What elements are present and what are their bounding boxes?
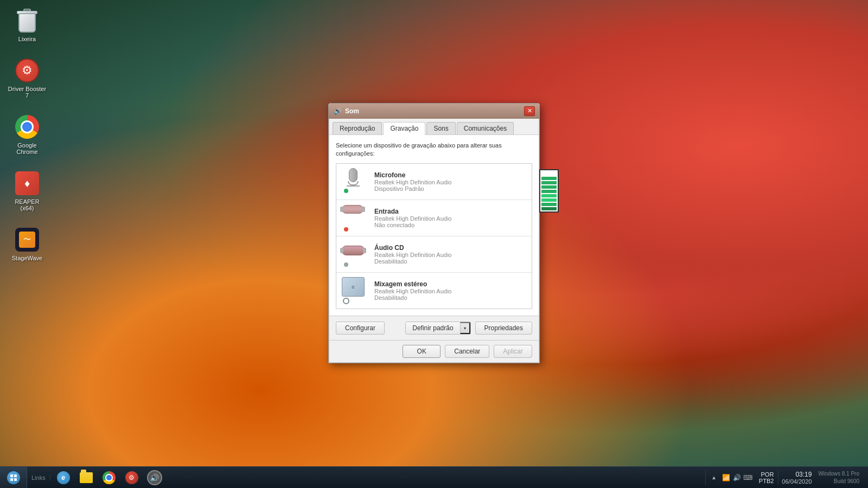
desktop-icon-reaper-label: REAPER (x64) <box>8 198 47 211</box>
tray-keyboard-icon[interactable]: ⌨ <box>744 473 752 482</box>
device-name-audiocd: Áudio CD <box>374 244 526 252</box>
microphone-icon-area <box>342 168 369 195</box>
device-status-entrada: Não conectado <box>374 222 526 228</box>
device-info-audiocd: Áudio CD Realtek High Definition Audio D… <box>374 244 526 265</box>
desktop-icon-lixeira[interactable]: Lixeira <box>5 5 49 44</box>
dialog-footer-top: Configurar Definir padrão ▾ Propriedades <box>329 316 539 340</box>
svg-rect-0 <box>10 474 13 477</box>
taskbar-chrome-item[interactable] <box>98 469 120 486</box>
desktop-icon-chrome-label: Google Chrome <box>8 142 47 155</box>
device-item-mixagem[interactable]: ≡ Mixagem estéreo Realtek High Definitio… <box>336 273 532 309</box>
tab-sons[interactable]: Sons <box>426 122 455 134</box>
tray-lang2: PTB2 <box>759 478 774 484</box>
tab-reproducao[interactable]: Reprodução <box>333 122 382 134</box>
dialog-content: Selecione um dispositivo de gravação aba… <box>329 135 539 316</box>
propriedades-button[interactable]: Propriedades <box>475 322 532 335</box>
device-item-microfone[interactable]: Microfone Realtek High Definition Audio … <box>336 164 532 200</box>
desktop-icon-driverbooster-label: Driver Booster 7 <box>8 86 47 99</box>
dialog-close-button[interactable]: ✕ <box>524 106 535 116</box>
windows-line1: Windows 8.1 Pro <box>818 470 859 478</box>
device-name-entrada: Entrada <box>374 208 526 215</box>
folder-icon <box>80 472 93 483</box>
tray-date: 06/04/2020 <box>782 478 812 485</box>
definir-padrao-button[interactable]: Definir padrão <box>406 322 459 334</box>
desktop-icon-stagewave[interactable]: 〜 StageWave <box>5 224 49 264</box>
taskbar-links: Links <box>27 474 50 481</box>
device-info-mixagem: Mixagem estéreo Realtek High Definition … <box>374 280 526 301</box>
tabs-header: Reprodução Gravação Sons Comunicações <box>329 119 539 135</box>
aplicar-button[interactable]: Aplicar <box>494 345 532 358</box>
device-info-entrada: Entrada Realtek High Definition Audio Nã… <box>374 208 526 228</box>
taskbar-tray: ▲ 📶 🔊 ⌨ POR PTB2 03:19 06/04/2020 Window… <box>705 470 868 485</box>
svg-rect-2 <box>10 478 13 481</box>
dialog-body: Reprodução Gravação Sons Comunicações Se… <box>329 119 539 363</box>
sound-dialog: 🔊 Som ✕ Reprodução Gravação Sons <box>328 103 540 364</box>
dialog-description: Selecione um dispositivo de gravação aba… <box>336 142 532 158</box>
desktop-icon-reaper[interactable]: ♦ REAPER (x64) <box>5 168 49 214</box>
taskbar-ie[interactable]: e <box>53 469 74 486</box>
cancelar-button[interactable]: Cancelar <box>445 345 489 358</box>
taskbar: Links e ⚙ 🔊 ▲ 📶 🔊 ⌨ <box>0 466 868 488</box>
ok-button[interactable]: OK <box>403 345 441 358</box>
dialog-footer-bottom: OK Cancelar Aplicar <box>329 340 539 362</box>
device-status-microfone: Dispositivo Padrão <box>374 185 526 192</box>
taskbar-driverbooster-item[interactable]: ⚙ <box>121 469 143 486</box>
status-dot-red <box>343 226 349 233</box>
windows-line2: Build 9600 <box>818 478 859 485</box>
dialog-title: Som <box>345 107 524 115</box>
taskbar-chrome-icon <box>103 471 116 484</box>
taskbar-driverbooster-icon: ⚙ <box>125 471 138 484</box>
desktop-icons: Lixeira Driver Booster 7 Google Chrome ♦… <box>5 5 49 264</box>
desktop-icon-lixeira-label: Lixeira <box>18 36 36 42</box>
tab-gravacao[interactable]: Gravação <box>383 122 425 135</box>
device-info-microfone: Microfone Realtek High Definition Audio … <box>374 171 526 192</box>
tab-comunicacoes[interactable]: Comunicações <box>457 122 514 134</box>
desktop-icon-chrome[interactable]: Google Chrome <box>5 112 49 157</box>
definir-padrao-button-group: Definir padrão ▾ <box>405 322 470 335</box>
mixagem-icon-area: ≡ <box>342 277 369 304</box>
tray-time: 03:19 <box>782 471 812 478</box>
device-driver-entrada: Realtek High Definition Audio <box>374 215 526 222</box>
configurar-button[interactable]: Configurar <box>336 322 385 335</box>
taskbar-items: e ⚙ 🔊 <box>50 469 705 486</box>
device-driver-mixagem: Realtek High Definition Audio <box>374 288 526 294</box>
svg-rect-1 <box>14 474 17 477</box>
device-driver-microfone: Realtek High Definition Audio <box>374 179 526 185</box>
dialog-titlebar[interactable]: 🔊 Som ✕ <box>329 104 539 119</box>
ie-icon: e <box>57 471 70 484</box>
entrada-icon-area <box>342 204 369 232</box>
tray-clock[interactable]: 03:19 06/04/2020 <box>778 471 812 485</box>
tray-expand-button[interactable]: ▲ <box>710 473 718 481</box>
audiocd-icon-area <box>342 241 369 268</box>
desktop-icon-stagewave-label: StageWave <box>12 255 42 261</box>
windows-info: Windows 8.1 Pro Build 9600 <box>814 470 864 485</box>
status-dot-gray <box>343 261 349 268</box>
tray-network-icon[interactable]: 📶 <box>722 473 731 482</box>
start-orb <box>7 471 20 484</box>
dialog-overlay: 🔊 Som ✕ Reprodução Gravação Sons <box>0 0 868 466</box>
tray-lang1: POR <box>759 471 774 478</box>
links-label: Links <box>31 474 46 481</box>
svg-rect-3 <box>14 478 17 481</box>
desktop: Lixeira Driver Booster 7 Google Chrome ♦… <box>0 0 868 488</box>
desktop-icon-driverbooster[interactable]: Driver Booster 7 <box>5 55 49 101</box>
definir-padrao-arrow[interactable]: ▾ <box>460 322 470 334</box>
taskbar-sound-icon: 🔊 <box>147 470 162 485</box>
device-status-audiocd: Desabilitado <box>374 258 526 265</box>
device-list: Microfone Realtek High Definition Audio … <box>336 163 532 309</box>
taskbar-folder[interactable] <box>75 469 97 486</box>
device-driver-audiocd: Realtek High Definition Audio <box>374 252 526 258</box>
device-item-audiocd[interactable]: Áudio CD Realtek High Definition Audio D… <box>336 236 532 273</box>
tray-volume-icon[interactable]: 🔊 <box>733 473 742 482</box>
device-name-microfone: Microfone <box>374 171 526 179</box>
taskbar-sound-item[interactable]: 🔊 <box>144 469 165 486</box>
device-status-mixagem: Desabilitado <box>374 294 526 301</box>
tray-icons: 📶 🔊 ⌨ <box>720 473 755 482</box>
device-name-mixagem: Mixagem estéreo <box>374 280 526 288</box>
level-meter <box>539 169 559 213</box>
start-button[interactable] <box>0 467 27 489</box>
device-item-entrada[interactable]: Entrada Realtek High Definition Audio Nã… <box>336 200 532 236</box>
status-dot-outline <box>343 298 349 304</box>
tray-lang: POR PTB2 <box>757 471 776 484</box>
dialog-buttons-configure-row: Configurar Definir padrão ▾ Propriedades <box>336 322 532 335</box>
